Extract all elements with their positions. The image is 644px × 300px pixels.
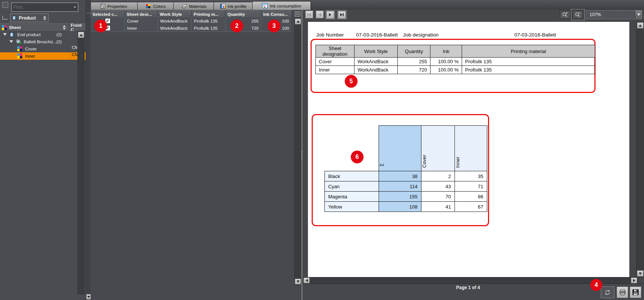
collapse-tree-icon[interactable]: [2, 16, 8, 20]
cell-sum: 155: [379, 192, 421, 202]
cell-cover: 70: [421, 192, 455, 202]
ink-consumption-table: Σ Cover Inner Black 38 2 35 Cyan 114 43 …: [324, 125, 487, 212]
end-product-icon: [10, 32, 15, 37]
zoom-level-value: 107%: [586, 12, 635, 17]
tree-column-sheet[interactable]: Sheet: [9, 25, 63, 30]
header-cover: Cover: [421, 126, 455, 171]
sheet-row-cover[interactable]: ✓ Cover WorkAndBack Profisilk 135 255 10…: [91, 17, 291, 25]
previous-page-button[interactable]: [316, 11, 324, 18]
first-page-button[interactable]: [305, 11, 313, 18]
header-work-style: Work Style: [355, 45, 398, 58]
expander-icon[interactable]: [3, 33, 7, 36]
tab-properties[interactable]: Properties: [89, 2, 138, 10]
tab-ink-consumption[interactable]: Ink consumption: [252, 1, 311, 10]
table-row: Inner WorkAndBack 720 100.00 % Profisilk…: [316, 66, 595, 74]
cell-work-style: WorkAndBack: [158, 17, 192, 24]
tab-colors[interactable]: Colors: [137, 2, 174, 10]
save-button[interactable]: [630, 286, 641, 298]
annotation-circle-6: 6: [351, 151, 364, 163]
tab-label: Colors: [153, 4, 165, 9]
arrow-down-icon: [639, 273, 642, 275]
tree-header[interactable]: Sheet Front C: [0, 23, 86, 32]
last-page-icon: [340, 13, 344, 17]
column-header-quantity[interactable]: Quantity: [226, 11, 261, 18]
tree-scrollbar[interactable]: [77, 31, 85, 294]
table-row-yellow: Yellow 108 41 67: [325, 202, 487, 212]
ink-consumption-icon: [262, 3, 268, 8]
arrow-left-icon: [306, 279, 308, 282]
zoom-in-button[interactable]: [560, 11, 570, 19]
column-options-button[interactable]: [294, 11, 301, 17]
scroll-right-button[interactable]: [631, 277, 637, 283]
tree-item-cover[interactable]: Cover CMYK: [0, 45, 86, 53]
arrow-down-icon: [297, 280, 300, 283]
arrow-right-icon: [633, 279, 635, 282]
column-header-selected[interactable]: Selected c...: [91, 11, 125, 18]
table-header-row: Σ Cover Inner: [325, 126, 487, 171]
search-box[interactable]: [11, 3, 78, 12]
tree-item-end-product[interactable]: End product (2): [0, 31, 86, 38]
scroll-up-button[interactable]: [637, 22, 644, 29]
refresh-icon: [604, 289, 611, 296]
view-selector[interactable]: Product: [10, 14, 48, 22]
view-selector-spinner-icon[interactable]: [43, 16, 46, 20]
header-ink: Ink: [430, 45, 462, 58]
sheet-icon: [17, 46, 22, 51]
tree-item-inner-selected[interactable]: Inner CMYK: [0, 52, 86, 60]
annotation-circle-4: 4: [590, 279, 602, 291]
scroll-up-button[interactable]: [295, 18, 301, 24]
cell: WorkAndBack: [355, 58, 398, 66]
save-icon: [632, 289, 639, 295]
scroll-up-button[interactable]: [78, 32, 84, 38]
application-window: Properties Colors Materials Ink profile …: [0, 0, 644, 300]
sheet-icon: [17, 53, 22, 58]
page-indicator: Page 1 of 4: [425, 285, 511, 290]
column-header-ink-consumption[interactable]: Ink Consu...: [261, 11, 291, 18]
cell: 255: [398, 58, 430, 66]
next-page-icon: [328, 13, 332, 17]
product-icon: [12, 15, 17, 20]
scroll-left-button[interactable]: [303, 277, 310, 283]
cell-sum: 114: [379, 181, 421, 192]
sort-icon[interactable]: [63, 25, 66, 30]
cell-cover: 41: [421, 202, 455, 212]
sheet-table-header: Selected c... Sheet desi... Work Style P…: [91, 10, 291, 18]
tree-item-ballett[interactable]: Ballett Broschü... (2): [0, 38, 86, 46]
expander-icon[interactable]: [9, 40, 13, 43]
annotation-circle-3: 3: [268, 20, 280, 32]
refresh-button[interactable]: [601, 286, 614, 298]
annotation-circle-5: 5: [345, 75, 358, 88]
arrow-down-icon: [87, 296, 90, 298]
column-header-work-style[interactable]: Work Style: [158, 11, 192, 18]
sidebar-splitter[interactable]: [86, 0, 91, 300]
column-options-icon: [295, 11, 300, 17]
preview-vertical-scrollbar[interactable]: [636, 21, 644, 277]
column-header-printing-material[interactable]: Printing m...: [192, 11, 226, 18]
cell: 720: [398, 66, 430, 74]
scroll-down-button[interactable]: [637, 270, 644, 277]
preview-horizontal-scrollbar[interactable]: [303, 277, 638, 284]
cell-sheet: Inner: [125, 24, 158, 32]
sheet-row-inner[interactable]: ✓ Inner WorkAndBack Profisilk 135 720 10…: [91, 24, 291, 32]
scroll-down-button[interactable]: [295, 279, 301, 285]
search-icon[interactable]: [74, 5, 77, 10]
row-label: Yellow: [325, 202, 379, 212]
tree-item-label: Cover: [25, 47, 37, 51]
column-header-sheet[interactable]: Sheet desi...: [125, 11, 158, 18]
dropdown-button[interactable]: [635, 11, 642, 19]
last-page-button[interactable]: [338, 11, 346, 19]
zoom-out-icon: [575, 12, 581, 17]
zoom-out-button[interactable]: [573, 11, 583, 19]
cell-inner: 67: [455, 202, 487, 212]
next-page-button[interactable]: [326, 11, 334, 19]
search-input[interactable]: [12, 5, 74, 10]
print-button[interactable]: [617, 286, 628, 298]
tab-materials[interactable]: Materials: [173, 2, 214, 10]
tab-label: Materials: [189, 4, 207, 9]
job-number-value: 07-03-2016-Ballett: [356, 32, 398, 38]
ink-profile-icon: [220, 4, 226, 9]
tab-label: Ink consumption: [270, 4, 302, 8]
printer-icon: [619, 289, 626, 295]
zoom-level-select[interactable]: 107%: [586, 10, 642, 19]
tab-ink-profile[interactable]: Ink profile: [214, 2, 253, 10]
